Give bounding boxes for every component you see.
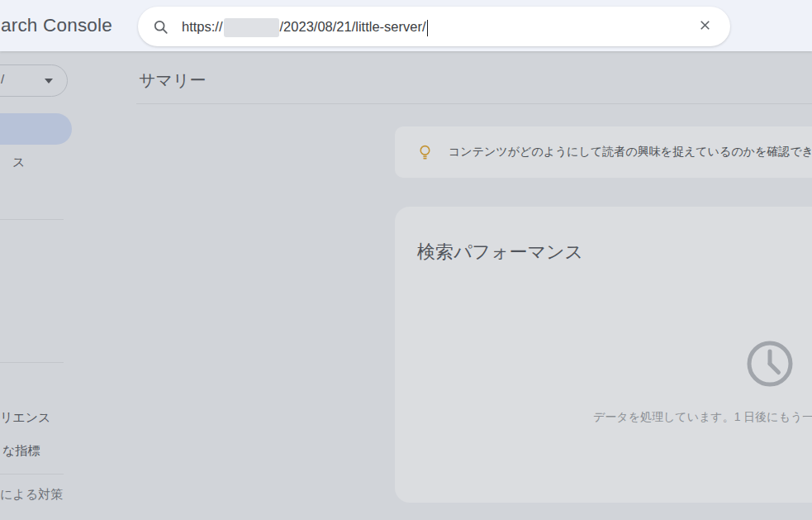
card-title: 検索パフォーマンス: [417, 240, 583, 265]
url-inspection-search-box[interactable]: https:///2023/08/21/little-server/: [138, 7, 730, 46]
clear-search-button[interactable]: [692, 14, 717, 39]
sidebar-item-page-experience[interactable]: リエンス: [0, 410, 50, 426]
sidebar-item-summary-selected[interactable]: [0, 113, 72, 145]
close-icon: [697, 17, 713, 36]
property-selector-dropdown[interactable]: [0, 64, 68, 97]
url-path: /2023/08/21/little-server/: [280, 19, 426, 35]
clock-icon: [746, 340, 794, 388]
chevron-down-icon: [45, 79, 53, 83]
sidebar-divider: [0, 219, 64, 220]
top-app-bar: arch Console https:///2023/08/21/little-…: [0, 0, 812, 51]
title-divider: [136, 103, 812, 104]
lightbulb-icon: [416, 144, 434, 161]
search-performance-card[interactable]: 検索パフォーマンス データを処理しています。1 日後にもう一度ご確認ください。: [395, 207, 812, 503]
app-title: arch Console: [1, 0, 112, 51]
sidebar-item-manual-actions[interactable]: による対策: [0, 487, 63, 503]
url-protocol: https://: [182, 19, 223, 35]
main-content-dimmed: / ス リエンス な指標 による対策 サマリー コンテンツがどのようにして読者の…: [0, 51, 812, 520]
property-selector-label-fragment: /: [1, 72, 4, 86]
insights-tip-banner[interactable]: コンテンツがどのようにして読者の興味を捉えているのかを確認できます: [395, 126, 812, 178]
processing-status-text: データを処理しています。1 日後にもう一度ご確認ください。: [593, 410, 812, 425]
url-input-value[interactable]: https:///2023/08/21/little-server/: [182, 17, 428, 36]
text-cursor: [427, 20, 429, 36]
sidebar-divider: [0, 474, 64, 475]
sidebar-item-core-web-vitals[interactable]: な指標: [2, 443, 40, 459]
page-title: サマリー: [139, 69, 206, 92]
search-icon: [152, 18, 169, 36]
redacted-domain-box: [224, 18, 279, 37]
tip-banner-text: コンテンツがどのようにして読者の興味を捉えているのかを確認できます: [449, 145, 812, 160]
sidebar-divider: [0, 362, 64, 363]
sidebar-item-performance[interactable]: ス: [12, 155, 25, 170]
